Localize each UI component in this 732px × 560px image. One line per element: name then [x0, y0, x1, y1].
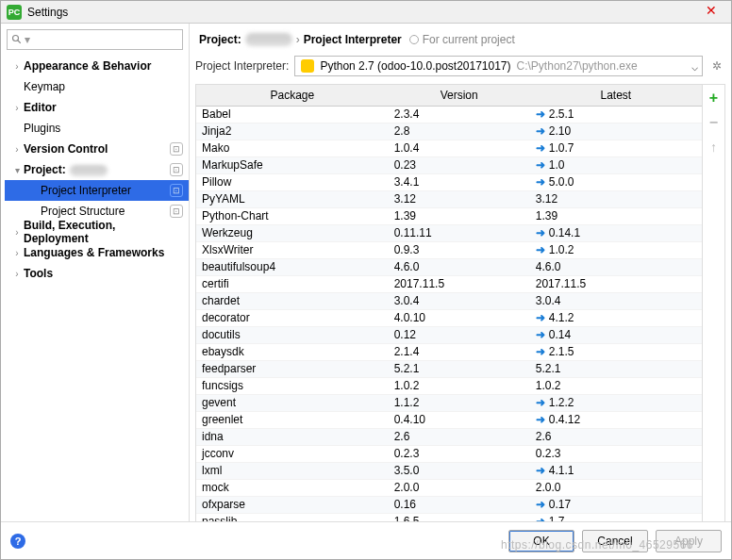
cell-latest: 4.6.0: [530, 258, 702, 275]
sidebar-item-keymap[interactable]: Keymap: [5, 76, 189, 97]
table-row[interactable]: ebaysdk2.1.4➜2.1.5: [196, 343, 702, 360]
cell-latest: ➜0.17: [530, 496, 702, 513]
cell-package: XlsxWriter: [196, 241, 389, 258]
cell-version: 4.6.0: [389, 258, 530, 275]
col-package[interactable]: Package: [196, 85, 389, 106]
cell-latest: ➜0.14: [530, 326, 702, 343]
table-row[interactable]: chardet3.0.43.0.4: [196, 292, 702, 309]
sidebar-item-version-control[interactable]: ›Version Control⊡: [5, 139, 189, 159]
cancel-button[interactable]: Cancel: [582, 530, 648, 552]
cell-latest: 3.0.4: [530, 292, 702, 309]
table-row[interactable]: ofxparse0.16➜0.17: [196, 496, 702, 513]
cell-latest: ➜0.14.1: [530, 224, 702, 241]
table-row[interactable]: greenlet0.4.10➜0.4.12: [196, 411, 702, 428]
app-icon: PC: [7, 5, 22, 20]
search-field[interactable]: [30, 32, 178, 47]
chevron-right-icon: ›: [12, 269, 22, 279]
help-button[interactable]: ?: [10, 534, 25, 549]
update-arrow-icon: ➜: [536, 124, 545, 138]
table-row[interactable]: Pillow3.4.1➜5.0.0: [196, 173, 702, 190]
sidebar-item-project-[interactable]: ▾Project:⊡: [5, 159, 189, 180]
sidebar-item-label: Appearance & Behavior: [24, 59, 151, 73]
table-row[interactable]: Babel2.3.4➜2.5.1: [196, 106, 702, 123]
table-row[interactable]: Python-Chart1.391.39: [196, 207, 702, 224]
sidebar-item-label: Build, Execution, Deployment: [24, 219, 183, 245]
cell-package: jcconv: [196, 445, 389, 462]
cell-version: 5.2.1: [389, 360, 530, 377]
window-title: Settings: [27, 6, 68, 19]
cell-package: Jinja2: [196, 123, 389, 140]
window-close-button[interactable]: ✕: [697, 3, 725, 20]
search-input[interactable]: ▾: [7, 29, 183, 50]
svg-line-1: [18, 41, 21, 43]
breadcrumb-prefix: Project:: [199, 33, 241, 46]
table-row[interactable]: Werkzeug0.11.11➜0.14.1: [196, 224, 702, 241]
upgrade-package-button[interactable]: ↑: [707, 140, 722, 155]
table-row[interactable]: MarkupSafe0.23➜1.0: [196, 156, 702, 173]
chevron-right-icon: ›: [12, 144, 22, 155]
table-row[interactable]: feedparser5.2.15.2.1: [196, 360, 702, 377]
cell-package: PyYAML: [196, 190, 389, 207]
chevron-down-icon: ▾: [12, 165, 22, 175]
dialog-footer: ? OK Cancel Apply https://blog.csdn.net/…: [1, 521, 731, 559]
table-row[interactable]: beautifulsoup44.6.04.6.0: [196, 258, 702, 275]
table-row[interactable]: idna2.62.6: [196, 428, 702, 445]
packages-scroll[interactable]: Package Version Latest Babel2.3.4➜2.5.1J…: [196, 85, 702, 522]
table-row[interactable]: Mako1.0.4➜1.0.7: [196, 140, 702, 156]
sidebar-item-build-execution-deployment[interactable]: ›Build, Execution, Deployment: [5, 222, 189, 242]
apply-button[interactable]: Apply: [656, 530, 722, 552]
svg-point-0: [13, 36, 19, 41]
cell-version: 3.0.4: [389, 292, 530, 309]
ok-button[interactable]: OK: [508, 530, 574, 552]
table-row[interactable]: docutils0.12➜0.14: [196, 326, 702, 343]
breadcrumb: Project: › Project Interpreter For curre…: [195, 29, 725, 50]
cell-package: docutils: [196, 326, 389, 343]
cell-latest: 2.6: [530, 428, 702, 445]
window-titlebar: PC Settings: [1, 1, 731, 24]
cell-version: 2.1.4: [389, 343, 530, 360]
table-row[interactable]: Jinja22.8➜2.10: [196, 123, 702, 140]
cell-package: lxml: [196, 462, 389, 479]
cell-package: Werkzeug: [196, 224, 389, 241]
cell-latest: ➜1.0.7: [530, 140, 702, 156]
cell-package: certifi: [196, 275, 389, 292]
update-arrow-icon: ➜: [536, 141, 545, 155]
cell-version: 2017.11.5: [389, 275, 530, 292]
table-row[interactable]: XlsxWriter0.9.3➜1.0.2: [196, 241, 702, 258]
cell-latest: 2.0.0: [530, 479, 702, 496]
sidebar-item-languages-frameworks[interactable]: ›Languages & Frameworks: [5, 242, 189, 263]
table-row[interactable]: jcconv0.2.30.2.3: [196, 445, 702, 462]
cell-package: Pillow: [196, 173, 389, 190]
cell-version: 3.12: [389, 190, 530, 207]
sidebar-item-label: Project Interpreter: [41, 184, 131, 197]
sidebar-item-label: Plugins: [24, 122, 60, 135]
sidebar-item-editor[interactable]: ›Editor: [5, 97, 189, 118]
cell-latest: ➜1.0.2: [530, 241, 702, 258]
col-version[interactable]: Version: [389, 85, 530, 106]
sidebar-item-label: Editor: [24, 101, 57, 114]
project-scope-icon: ⊡: [170, 205, 183, 218]
sidebar-item-project-interpreter[interactable]: Project Interpreter⊡: [5, 180, 189, 201]
cell-package: feedparser: [196, 360, 389, 377]
cell-version: 2.3.4: [389, 106, 530, 123]
sidebar-item-label: Project Structure: [41, 205, 125, 218]
table-row[interactable]: mock2.0.02.0.0: [196, 479, 702, 496]
remove-package-button[interactable]: −: [707, 115, 722, 130]
col-latest[interactable]: Latest: [530, 85, 702, 106]
cell-version: 0.9.3: [389, 241, 530, 258]
cell-latest: 1.39: [530, 207, 702, 224]
sidebar-item-tools[interactable]: ›Tools: [5, 263, 189, 284]
interpreter-dropdown[interactable]: Python 2.7 (odoo-10.0.post20171017) C:\P…: [294, 56, 703, 76]
add-package-button[interactable]: +: [707, 91, 722, 106]
table-row[interactable]: funcsigs1.0.21.0.2: [196, 377, 702, 394]
table-row[interactable]: certifi2017.11.52017.11.5: [196, 275, 702, 292]
sidebar-item-plugins[interactable]: Plugins: [5, 118, 189, 139]
table-row[interactable]: lxml3.5.0➜4.1.1: [196, 462, 702, 479]
table-row[interactable]: decorator4.0.10➜4.1.2: [196, 309, 702, 326]
table-row[interactable]: gevent1.1.2➜1.2.2: [196, 394, 702, 411]
table-row[interactable]: PyYAML3.123.12: [196, 190, 702, 207]
project-scope-icon: [409, 35, 419, 44]
interpreter-settings-button[interactable]: ✲: [708, 58, 725, 74]
sidebar-item-appearance-behavior[interactable]: ›Appearance & Behavior: [5, 56, 189, 76]
cell-package: greenlet: [196, 411, 389, 428]
